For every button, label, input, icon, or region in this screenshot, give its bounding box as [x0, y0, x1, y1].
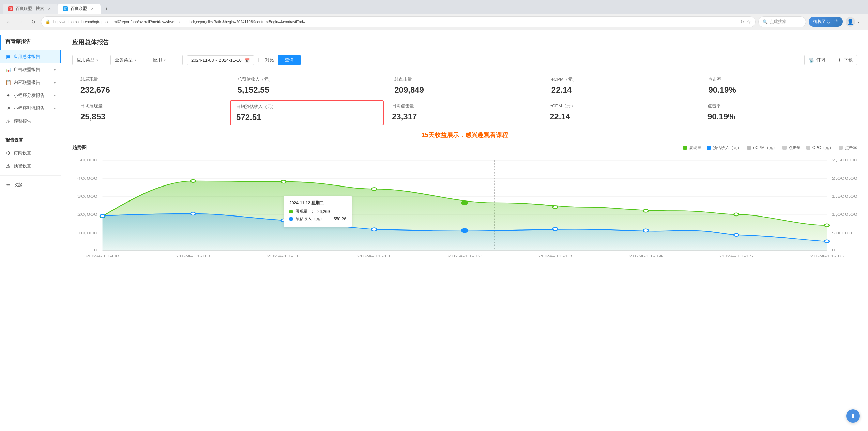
subscribe-button[interactable]: 📡 订阅	[804, 55, 829, 65]
refresh-icon: ↻	[741, 19, 744, 24]
legend-income-label: 预估收入（元）	[713, 145, 742, 151]
app-select[interactable]: 应用 ▾	[149, 55, 183, 65]
sidebar-item-collapse[interactable]: ⇐ 收起	[0, 178, 61, 191]
sidebar-item-report-settings[interactable]: 报告设置	[0, 134, 61, 147]
sidebar-divider	[0, 131, 61, 131]
new-tab-button[interactable]: +	[102, 4, 111, 14]
sidebar-item-content-alliance-label: 内容联盟报告	[14, 79, 40, 86]
svg-text:2024-11-12: 2024-11-12	[448, 254, 482, 258]
collapse-icon: ⇐	[5, 182, 11, 188]
total-income-label: 总预估收入（元）	[238, 76, 378, 83]
tab-1-close[interactable]: ✕	[47, 6, 52, 12]
views-dot-9	[824, 224, 829, 227]
ad-alliance-icon: 📊	[5, 67, 11, 72]
compare-checkbox[interactable]	[258, 58, 263, 62]
daily-clicks-label: 日均点击量	[392, 103, 533, 109]
total-income-stat: 总预估收入（元） 5,152.55	[229, 74, 386, 98]
search-bar[interactable]: 🔍 点此搜索	[758, 16, 806, 27]
sidebar-item-miniapp-traffic[interactable]: ↗ 小程序引流报告 ▾	[0, 102, 61, 115]
views-dot-4	[372, 188, 377, 191]
svg-text:2024-11-11: 2024-11-11	[357, 254, 391, 258]
sidebar-item-app-report[interactable]: ▣ 应用总体报告	[0, 50, 61, 63]
back-button[interactable]: ←	[4, 17, 14, 27]
app-arrow: ▾	[164, 58, 166, 62]
download-label: 下载	[844, 57, 853, 63]
alert-report-icon: ⚠	[5, 119, 11, 124]
url-bar[interactable]: 🔒 https://union.baidu.com/bqt/appco.html…	[41, 16, 756, 27]
url-text: https://union.baidu.com/bqt/appco.html#/…	[53, 20, 738, 24]
ecpm-value: 22.14	[551, 85, 692, 95]
sidebar-item-miniapp-report[interactable]: ✦ 小程序分发报告 ▾	[0, 89, 61, 102]
sidebar-item-alert-settings[interactable]: ⚠ 预警设置	[0, 160, 61, 173]
app-label: 应用	[153, 57, 162, 63]
sidebar-item-collapse-label: 收起	[14, 182, 22, 188]
sidebar-item-app-report-label: 应用总体报告	[14, 54, 40, 60]
tooltip-views-value: 26,269	[317, 209, 330, 214]
income-dot-6	[553, 227, 558, 231]
daily-ctr-stat: 点击率 90.19%	[699, 100, 857, 125]
svg-text:2024-11-09: 2024-11-09	[176, 254, 210, 258]
svg-text:2024-11-14: 2024-11-14	[629, 254, 663, 258]
app-type-label: 应用类型	[77, 57, 94, 63]
sidebar-item-alert-report-label: 预警报告	[14, 118, 31, 124]
total-views-value: 232,676	[80, 85, 221, 95]
svg-text:1,000.00: 1,000.00	[832, 212, 857, 217]
total-clicks-label: 总点击量	[394, 76, 535, 83]
tab-2[interactable]: 百 百度联盟 ✕	[58, 4, 101, 14]
tooltip-income-row: 预估收入（元） ： 550.26	[289, 216, 346, 222]
legend-ctr-dot	[839, 146, 843, 150]
subscribe-icon: 📡	[809, 58, 814, 63]
forward-button[interactable]: →	[16, 17, 26, 27]
biz-type-select[interactable]: 业务类型 ▾	[110, 55, 144, 65]
tooltip-income-value: 550.26	[334, 217, 346, 221]
legend-ctr-label: 点击率	[845, 145, 857, 151]
promo-text: 15天收益展示，感兴趣观看课程	[72, 131, 857, 139]
more-button[interactable]: ⋯	[858, 18, 864, 26]
search-icon: 🔍	[763, 19, 768, 24]
views-dot-6	[553, 206, 558, 209]
app-type-arrow: ▾	[96, 58, 98, 62]
daily-views-value: 25,853	[80, 112, 222, 121]
alert-settings-icon: ⚠	[5, 163, 11, 169]
total-views-label: 总展现量	[80, 76, 221, 83]
star-icon[interactable]: ☆	[747, 19, 751, 25]
floating-action-button[interactable]: ⏸	[846, 409, 860, 423]
ecpm-stat: eCPM（元） 22.14	[543, 74, 700, 98]
income-dot-1	[100, 214, 105, 218]
svg-text:1,500.00: 1,500.00	[832, 194, 857, 198]
app-type-select[interactable]: 应用类型 ▾	[72, 55, 106, 65]
svg-text:10,000: 10,000	[77, 231, 98, 235]
chart-section: 趋势图 展现量 预估收入（元） eCPM（元）	[72, 145, 857, 264]
tab-1-label: 百度联盟 - 搜索	[16, 6, 44, 12]
nav-actions: 🔍 点此搜索 拖拽至此上传 👤 ⋯	[758, 16, 864, 27]
upload-button[interactable]: 拖拽至此上传	[809, 17, 843, 27]
compare-checkbox-label[interactable]: 对比	[258, 57, 274, 63]
svg-text:2024-11-15: 2024-11-15	[719, 254, 753, 258]
sidebar-item-miniapp-report-label: 小程序分发报告	[14, 92, 45, 99]
views-dot-2	[191, 180, 195, 183]
refresh-button[interactable]: ↻	[29, 17, 38, 27]
sidebar-item-subscribe-settings[interactable]: ⚙ 订阅设置	[0, 147, 61, 160]
daily-income-value: 572.51	[236, 113, 378, 122]
sidebar-item-alert-report[interactable]: ⚠ 预警报告	[0, 115, 61, 128]
legend-ctr: 点击率	[839, 145, 857, 151]
tab-2-close[interactable]: ✕	[90, 6, 95, 12]
subscribe-label: 订阅	[816, 57, 825, 63]
total-clicks-stat: 总点击量 209,849	[386, 74, 543, 98]
daily-ecpm-value: 22.14	[550, 112, 691, 121]
profile-button[interactable]: 👤	[846, 17, 855, 27]
svg-text:0: 0	[832, 248, 836, 252]
tab-1[interactable]: 百 百度联盟 - 搜索 ✕	[3, 4, 58, 14]
miniapp-report-icon: ✦	[5, 93, 11, 98]
download-button[interactable]: ⬇ 下载	[834, 55, 857, 65]
legend-cpc-dot	[806, 146, 810, 150]
svg-text:30,000: 30,000	[77, 194, 98, 198]
date-picker[interactable]: 2024-11-08 ~ 2024-11-16 📅	[187, 55, 254, 65]
sidebar-item-ad-alliance[interactable]: 📊 广告联盟报告 ▾	[0, 63, 61, 76]
legend-views: 展现量	[683, 145, 701, 151]
chart-container: 50,000 40,000 30,000 20,000 10,000 0 2,5…	[72, 155, 857, 264]
total-income-value: 5,152.55	[238, 85, 378, 95]
legend-ecpm-label: eCPM（元）	[753, 145, 777, 151]
sidebar-item-content-alliance[interactable]: 📋 内容联盟报告 ▾	[0, 76, 61, 89]
query-button[interactable]: 查询	[278, 55, 301, 65]
